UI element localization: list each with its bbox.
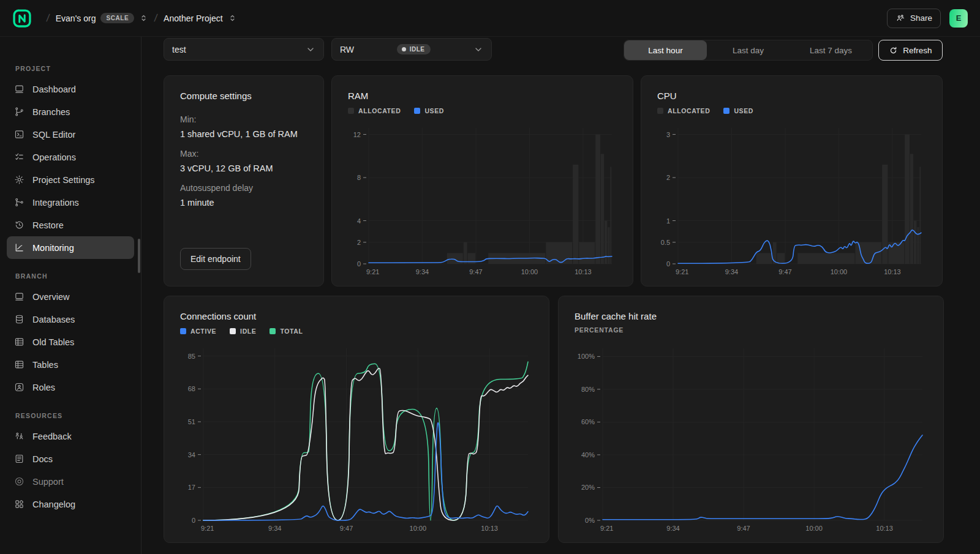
svg-text:9:47: 9:47 [469,268,482,275]
sidebar-scrollbar[interactable] [138,239,140,273]
sidebar-item-docs[interactable]: Docs [7,447,134,470]
svg-text:60%: 60% [581,418,595,425]
legend-item-allocated: ALLOCATED [657,107,710,114]
svg-text:40%: 40% [581,451,595,459]
avatar[interactable]: E [949,9,968,28]
buffer-cache-chart-title: Buffer cache hit rate [575,311,927,321]
neon-logo[interactable] [12,9,32,28]
sidebar-item-support[interactable]: Support [7,470,134,493]
compute-autosuspend-label: Autosuspend delay [180,183,307,193]
legend-label: TOTAL [280,328,303,335]
connections-chart-area: 9:219:349:4710:0010:1301734516885 [180,342,533,534]
ram-chart-area: 9:219:349:4710:0010:13024812 [348,122,617,277]
legend-item-active: ACTIVE [180,328,216,335]
connections-chart-card: Connections count ACTIVEIDLETOTAL 9:219:… [164,296,549,543]
sidebar-item-old-tables[interactable]: Old Tables [7,331,134,353]
org-switcher[interactable]: Evan's org SCALE [56,13,149,23]
sidebar-item-operations[interactable]: Operations [7,146,134,168]
compute-min-value: 1 shared vCPU, 1 GB of RAM [180,129,307,139]
settings-icon [14,174,24,185]
connections-chart[interactable]: 9:219:349:4710:0010:1301734516885 [180,342,533,534]
roles-icon [14,382,24,392]
cpu-chart-title: CPU [657,91,926,101]
sidebar-item-restore[interactable]: Restore [7,214,134,236]
sidebar-item-sql-editor[interactable]: SQL Editor [7,123,134,146]
cpu-chart[interactable]: 9:219:349:4710:0010:1300.5123 [657,122,926,277]
share-button[interactable]: Share [887,9,941,28]
sidebar-item-monitoring[interactable]: Monitoring [7,236,134,259]
branch-select[interactable]: test [164,38,324,61]
sidebar-section-label: BRANCH [15,272,141,280]
org-name: Evan's org [56,13,96,23]
monitoring-icon [14,242,24,253]
compute-autosuspend-value: 1 minute [180,198,307,208]
table-icon [14,359,24,370]
share-label: Share [910,13,932,23]
sidebar-item-roles[interactable]: Roles [7,376,134,399]
svg-text:9:21: 9:21 [366,268,379,275]
legend-swatch [230,328,236,334]
sidebar-item-databases[interactable]: Databases [7,308,134,331]
legend-item-total: TOTAL [270,328,303,335]
legend-label: ACTIVE [190,328,216,335]
databases-icon [14,314,24,324]
ram-chart-title: RAM [348,91,617,101]
sidebar-item-overview[interactable]: Overview [7,285,134,308]
svg-text:68: 68 [188,385,195,392]
svg-text:9:34: 9:34 [268,525,281,532]
sidebar-item-changelog[interactable]: Changelog [7,493,134,515]
ram-chart[interactable]: 9:219:349:4710:0010:13024812 [348,122,617,277]
buffer-cache-chart[interactable]: 9:219:349:4710:0010:130%20%40%60%80%100% [575,342,927,534]
feedback-icon [14,431,24,441]
refresh-button[interactable]: Refresh [878,40,943,61]
legend-swatch [414,108,420,114]
sidebar-item-integrations[interactable]: Integrations [7,191,134,214]
sidebar-item-label: Databases [32,315,75,324]
project-switcher[interactable]: Another Project [164,13,237,23]
endpoint-select[interactable]: RW IDLE [331,38,492,61]
sidebar-item-feedback[interactable]: Feedback [7,425,134,447]
svg-text:10:00: 10:00 [805,525,823,532]
legend-item-allocated: ALLOCATED [348,107,401,114]
sidebar: PROJECTDashboardBranchesSQL EditorOperat… [0,37,141,554]
svg-text:9:21: 9:21 [201,525,214,532]
table-icon [14,337,24,347]
svg-text:1: 1 [666,217,670,225]
sidebar-item-dashboard[interactable]: Dashboard [7,78,134,100]
legend-swatch [348,108,354,114]
operations-icon [14,152,24,162]
svg-text:17: 17 [188,484,195,491]
sidebar-item-label: Tables [32,360,58,370]
svg-text:10:00: 10:00 [521,268,538,275]
sidebar-item-label: Branches [32,107,70,117]
svg-text:0.5: 0.5 [661,239,670,246]
tab-last-day[interactable]: Last day [707,40,790,60]
edit-endpoint-button[interactable]: Edit endpoint [180,248,251,270]
sidebar-item-project-settings[interactable]: Project Settings [7,168,134,191]
dashboard-icon [14,84,24,94]
svg-text:9:34: 9:34 [725,268,738,275]
sidebar-item-label: Operations [32,152,76,162]
connections-chart-title: Connections count [180,311,533,321]
sidebar-item-branches[interactable]: Branches [7,100,134,123]
endpoint-select-value: RW [340,45,354,54]
legend-item-used: USED [414,107,444,114]
cpu-chart-area: 9:219:349:4710:0010:1300.5123 [657,122,926,277]
tab-last-hour[interactable]: Last hour [624,40,707,60]
sidebar-item-label: Docs [32,454,53,464]
chevron-updown-icon [228,13,237,23]
chevron-updown-icon [139,13,148,23]
status-dot [402,47,406,51]
sidebar-item-label: Old Tables [32,337,74,347]
project-name: Another Project [164,13,223,23]
branches-icon [14,107,24,117]
legend-swatch [180,328,186,334]
legend-item-used: USED [723,107,753,114]
sidebar-item-tables[interactable]: Tables [7,353,134,376]
integrations-icon [14,197,24,208]
chevron-down-icon [306,45,315,54]
header: / Evan's org SCALE / Another Project Sha… [0,0,980,37]
svg-text:9:21: 9:21 [676,268,688,275]
sql-editor-icon [14,129,24,140]
tab-last-7-days[interactable]: Last 7 days [790,40,872,60]
